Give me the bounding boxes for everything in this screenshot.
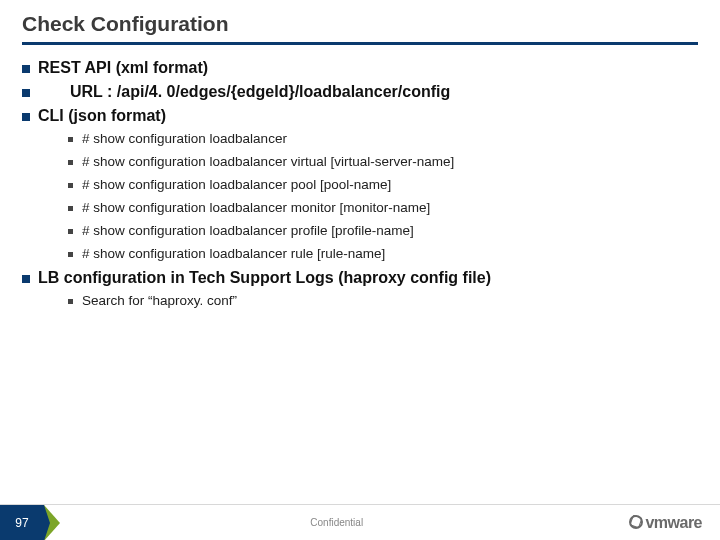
section-rest-api: REST API (xml format) bbox=[22, 59, 698, 77]
page-number: 97 bbox=[15, 516, 28, 530]
cli-command: # show configuration loadbalancer virtua… bbox=[82, 154, 454, 169]
chevron-accent-icon bbox=[44, 505, 50, 541]
dot-bullet-icon bbox=[68, 206, 73, 211]
section-heading: LB configuration in Tech Support Logs (h… bbox=[38, 269, 491, 287]
dot-bullet-icon bbox=[68, 160, 73, 165]
slide-title: Check Configuration bbox=[22, 12, 698, 45]
square-bullet-icon bbox=[22, 89, 30, 97]
square-bullet-icon bbox=[22, 65, 30, 73]
cli-command: # show configuration loadbalancer profil… bbox=[82, 223, 414, 238]
dot-bullet-icon bbox=[68, 183, 73, 188]
page-number-badge: 97 bbox=[0, 505, 44, 541]
list-item: # show configuration loadbalancer rule [… bbox=[68, 246, 698, 261]
cli-command: # show configuration loadbalancer monito… bbox=[82, 200, 430, 215]
dot-bullet-icon bbox=[68, 252, 73, 257]
url-text: URL : /api/4. 0/edges/{edgeId}/loadbalan… bbox=[70, 83, 450, 101]
list-item: # show configuration loadbalancer virtua… bbox=[68, 154, 698, 169]
lb-list: Search for “haproxy. conf” bbox=[22, 293, 698, 308]
vmware-logo: vmware bbox=[629, 514, 720, 532]
section-lb-config: LB configuration in Tech Support Logs (h… bbox=[22, 269, 698, 287]
dot-bullet-icon bbox=[68, 229, 73, 234]
cli-command: # show configuration loadbalancer bbox=[82, 131, 287, 146]
dot-bullet-icon bbox=[68, 299, 73, 304]
section-cli: CLI (json format) bbox=[22, 107, 698, 125]
square-bullet-icon bbox=[22, 113, 30, 121]
lb-item-text: Search for “haproxy. conf” bbox=[82, 293, 237, 308]
section-heading: REST API (xml format) bbox=[38, 59, 208, 77]
list-item: Search for “haproxy. conf” bbox=[68, 293, 698, 308]
list-item: # show configuration loadbalancer monito… bbox=[68, 200, 698, 215]
list-item: # show configuration loadbalancer bbox=[68, 131, 698, 146]
logo-mark-icon bbox=[629, 515, 643, 529]
square-bullet-icon bbox=[22, 275, 30, 283]
url-row: URL : /api/4. 0/edges/{edgeId}/loadbalan… bbox=[22, 83, 698, 101]
section-heading: CLI (json format) bbox=[38, 107, 166, 125]
list-item: # show configuration loadbalancer profil… bbox=[68, 223, 698, 238]
dot-bullet-icon bbox=[68, 137, 73, 142]
footer: 97 Confidential vmware bbox=[0, 504, 720, 540]
logo-text: vmware bbox=[645, 514, 702, 532]
cli-command: # show configuration loadbalancer pool [… bbox=[82, 177, 391, 192]
slide-content: Check Configuration REST API (xml format… bbox=[0, 0, 720, 308]
cli-list: # show configuration loadbalancer # show… bbox=[22, 131, 698, 261]
cli-command: # show configuration loadbalancer rule [… bbox=[82, 246, 385, 261]
list-item: # show configuration loadbalancer pool [… bbox=[68, 177, 698, 192]
confidential-label: Confidential bbox=[44, 517, 629, 528]
